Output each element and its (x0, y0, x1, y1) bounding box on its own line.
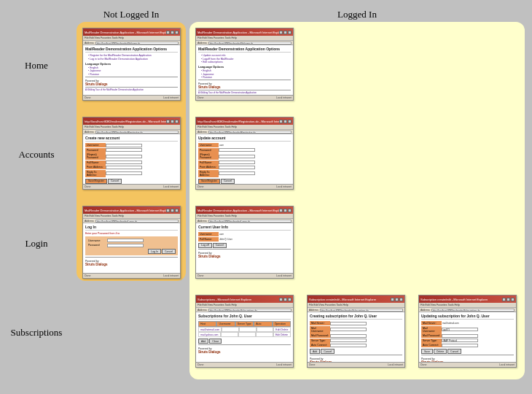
maximize-icon (283, 209, 287, 212)
maximize-icon (395, 298, 399, 301)
window-title: http://localhost:8080/mailreader/Registr… (197, 120, 279, 123)
row-label-subscriptions: Subscriptions (0, 327, 73, 339)
brand: Struts Dialogs (198, 85, 291, 89)
thumb-subscriptions-list[interactable]: Subscriptions - Microsoft Internet Explo… (195, 295, 294, 368)
status-done: Done (85, 274, 90, 277)
input-password2 (219, 155, 255, 158)
lang-heading: Language Options (85, 62, 178, 66)
status-done: Done (197, 96, 203, 99)
close-icon (288, 120, 292, 123)
save-button: Save/Register (85, 179, 107, 184)
save-button: Save (421, 349, 433, 354)
address-field: http://localhost:8080/mailreader/Welcome… (95, 42, 179, 45)
page-heading: Log In (85, 225, 178, 231)
label-username: Username: (85, 143, 106, 147)
thumb-login-logged-in[interactable]: MailReader Demonstration Application - M… (195, 206, 294, 279)
label-from: From Address: (198, 165, 219, 169)
cancel-button: Cancel (447, 349, 461, 354)
td-host: mail.yahoo.com (198, 332, 221, 337)
thumb-accounts-not-logged-in[interactable]: http://localhost:8080/mailreader/Registr… (82, 117, 181, 190)
td-user (222, 327, 239, 332)
thumb-subscriptions-create[interactable]: Subscription create/edit - Microsoft Int… (307, 295, 405, 368)
lang-japanese: • Japanese (88, 69, 178, 72)
row-label-login: Login (0, 238, 73, 250)
th-host: Host (198, 321, 216, 327)
status-zone: Local intranet (163, 96, 179, 99)
page-content: Current User Info Username:user Full Nam… (196, 223, 293, 274)
td-auto (256, 332, 273, 337)
input-mailpass (442, 334, 478, 338)
minimize-icon (279, 298, 283, 301)
brand: Struts Dialogs (85, 263, 178, 266)
address-field: http://localhost:8080/mailreader/Logon.d… (208, 220, 292, 223)
status-zone: Local intranet (276, 185, 292, 188)
label-password: Password: (87, 243, 107, 247)
label-mailuser: Mail Username: (421, 326, 442, 333)
thumb-home-logged-in[interactable]: MailReader Demonstration Application - M… (195, 28, 294, 101)
page-content: MailReader Demonstration Application Opt… (196, 45, 293, 96)
input-password (107, 244, 144, 247)
status-zone: Local intranet (276, 274, 292, 277)
cancel-button: Cancel (221, 179, 235, 184)
page-content: Log In Enter your Password from 4 to Use… (83, 223, 180, 274)
address-label: Address (85, 131, 94, 134)
input-username (106, 144, 142, 147)
input-fullname (106, 161, 142, 164)
label-password2: (Repeat) Password: (198, 152, 219, 160)
save-button: Save/Register (198, 179, 220, 184)
link-logoff: • Logoff from the MailReader (201, 58, 291, 61)
walk-link: A Walking Tour of the MailReader Demonst… (198, 91, 291, 94)
cancel-button: Cancel (108, 179, 122, 184)
label-username: Username: (198, 232, 219, 236)
table-header: Host Username Server Type Auto Operation (198, 321, 291, 327)
thumb-accounts-logged-in[interactable]: http://localhost:8080/mailreader/Registr… (195, 117, 294, 190)
brand: Struts Dialogs (198, 350, 291, 354)
value-username: user (219, 233, 255, 236)
input-servertype (330, 339, 367, 342)
address-field: http://localhost:8080/mailreader/Registr… (95, 131, 179, 134)
thumb-login-not-logged-in[interactable]: MailReader Demonstration Application - M… (82, 206, 181, 279)
td-type (239, 327, 257, 332)
status-zone: Local intranet (163, 185, 179, 188)
row-label-home: Home (0, 60, 73, 72)
thumb-home-not-logged-in[interactable]: MailReader Demonstration Application - M… (82, 28, 181, 101)
input-from (106, 166, 142, 169)
page-content: Updating subscription for John Q. User M… (419, 312, 516, 363)
maximize-icon (283, 298, 287, 301)
page-heading: Creating subscription for John Q. User (310, 314, 402, 320)
status-done: Done (197, 363, 203, 366)
label-host: Mail Server: (310, 321, 330, 325)
input-password (219, 148, 255, 152)
minimize-icon (279, 31, 283, 34)
address-label: Address (309, 309, 318, 312)
close-icon (175, 209, 179, 212)
value-username: user (219, 144, 255, 147)
maximize-icon (506, 298, 510, 301)
input-mailuser (330, 328, 367, 331)
thumb-subscriptions-update[interactable]: Subscription create/edit - Microsoft Int… (418, 295, 517, 368)
window-title: MailReader Demonstration Application - M… (197, 209, 279, 212)
maximize-icon (171, 31, 174, 34)
page-heading: Update account (198, 136, 291, 142)
status-done: Done (309, 363, 315, 366)
minimize-icon (166, 209, 170, 212)
page-heading: Current User Info (198, 225, 291, 231)
lang-russian: • Russian (201, 76, 291, 79)
maximize-icon (171, 209, 174, 212)
brand: Struts Dialogs (198, 255, 291, 258)
input-mailpass (330, 334, 367, 338)
page-content: Update account Username:user Password: (… (196, 134, 293, 185)
value-fullname: John Q. User (219, 238, 255, 241)
link-update-account: • Update account info (201, 54, 291, 57)
delete-button: Delete (434, 349, 447, 354)
input-reply (106, 171, 142, 175)
address-field: http://localhost:8080/mailreader/Welcome… (208, 42, 292, 45)
page-heading: Updating subscription for John Q. User (421, 314, 514, 320)
lang-japanese: • Japanese (201, 73, 291, 76)
address-label: Address (85, 42, 94, 45)
close-icon (288, 209, 292, 212)
close-button: Close (209, 339, 222, 344)
address-field: http://localhost:8080/mailreader/Logon.d… (95, 220, 179, 223)
lang-russian: • Russian (88, 73, 178, 76)
page-heading: MailReader Demonstration Application Opt… (85, 47, 178, 53)
